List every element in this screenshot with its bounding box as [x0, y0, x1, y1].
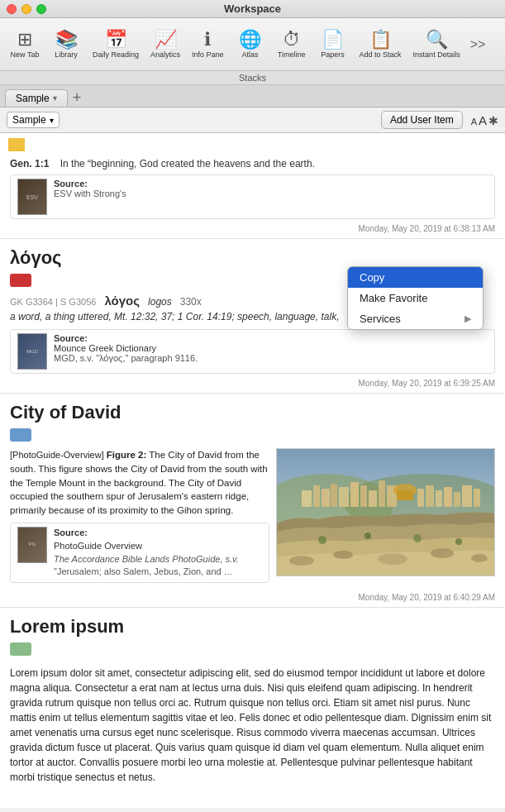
entry-lorem-ipsum: Lorem ipsum Lorem ipsum dolor sit amet, … — [0, 608, 505, 791]
logos-count: 330x — [180, 296, 202, 308]
city-text: [PhotoGuide-Overview] Figure 2: The City… — [10, 448, 269, 588]
toolbar-overflow-button[interactable]: >> — [467, 34, 489, 55]
svg-rect-20 — [462, 485, 472, 507]
svg-rect-7 — [339, 487, 349, 507]
city-source-citation: "Jerusalem; also Salem, Jebus, Zion, and… — [54, 566, 239, 579]
svg-rect-15 — [417, 489, 424, 507]
genesis-ref-text: Gen. 1:1 — [10, 158, 49, 170]
toolbar-new-tab[interactable]: ⊞ New Tab — [5, 27, 45, 62]
papers-label: Papers — [321, 50, 345, 59]
svg-rect-14 — [397, 490, 413, 500]
city-source-label: Source: — [54, 527, 239, 540]
logos-source-info: Source: Mounce Greek Dictionary MGD, s.v… — [54, 333, 198, 363]
context-menu: Copy Make Favorite Services ▶ — [347, 266, 484, 330]
toolbar-timeline[interactable]: ⏱ Timeline — [272, 27, 312, 62]
lorem-heading: Lorem ipsum — [0, 608, 505, 641]
traffic-lights — [7, 4, 46, 14]
svg-point-27 — [318, 536, 326, 544]
logos-transliteration: logos — [148, 296, 172, 308]
city-caption-bold: Figure 2: — [107, 450, 147, 460]
maximize-button[interactable] — [36, 4, 46, 14]
toolbar-papers[interactable]: 📄 Papers — [313, 27, 353, 62]
titlebar: Workspace — [0, 0, 505, 18]
toolbar-library[interactable]: 📚 Library — [46, 27, 86, 62]
logos-source-label: Source: — [54, 333, 198, 343]
toolbar-atlas[interactable]: 🌐 Atlas — [231, 27, 270, 62]
add-user-item-button[interactable]: Add User Item — [381, 111, 463, 129]
analytics-icon: 📈 — [155, 31, 177, 49]
content-area: Gen. 1:1 In the “beginning, God created … — [0, 133, 505, 808]
svg-point-29 — [413, 534, 422, 542]
svg-point-30 — [455, 538, 462, 545]
svg-rect-19 — [454, 492, 460, 507]
logos-timestamp: Monday, May 20, 2019 at 6:39:25 AM — [0, 377, 505, 394]
city-source-title: PhotoGuide Overview — [54, 540, 239, 553]
library-icon: 📚 — [55, 31, 78, 49]
toolbar-daily-reading[interactable]: 📅 Daily Reading — [88, 27, 144, 62]
lorem-tag — [10, 642, 31, 656]
entry-city-of-david: City of David [PhotoGuide-Overview] Figu… — [0, 394, 505, 608]
svg-rect-18 — [444, 487, 452, 507]
city-source-subtitle: The Accordance Bible Lands PhotoGuide, s… — [54, 553, 239, 566]
context-menu-make-favorite[interactable]: Make Favorite — [348, 288, 483, 308]
stack-selector[interactable]: Sample ▾ — [7, 112, 60, 128]
svg-rect-17 — [436, 490, 442, 507]
svg-rect-3 — [302, 490, 312, 507]
settings-icon[interactable]: ✱ — [488, 114, 498, 127]
svg-rect-8 — [350, 482, 359, 507]
entry-genesis: Gen. 1:1 In the “beginning, God created … — [0, 138, 505, 239]
lorem-text: Lorem ipsum dolor sit amet, consectetur … — [0, 659, 505, 791]
city-heading: City of David — [0, 394, 505, 427]
city-timestamp: Monday, May 20, 2019 at 6:40:29 AM — [0, 591, 505, 608]
tab-dropdown-icon[interactable]: ▾ — [53, 93, 57, 103]
logos-greek-word: λόγος — [104, 294, 140, 308]
main-toolbar: ⊞ New Tab 📚 Library 📅 Daily Reading 📈 An… — [0, 18, 505, 71]
font-decrease-button[interactable]: A — [471, 117, 477, 127]
library-label: Library — [55, 50, 78, 59]
logos-source-box: MGD Source: Mounce Greek Dictionary MGD,… — [10, 329, 495, 374]
timeline-label: Timeline — [278, 50, 306, 59]
svg-rect-9 — [360, 485, 367, 507]
daily-reading-label: Daily Reading — [93, 50, 139, 59]
logos-source-title: Mounce Greek Dictionary — [54, 343, 198, 353]
genesis-source-box: ESV Source: ESV with Strong's — [10, 174, 495, 219]
context-menu-copy[interactable]: Copy — [348, 267, 483, 288]
city-source-thumb: PG — [17, 527, 47, 563]
svg-point-26 — [471, 554, 488, 562]
city-source-info: Source: PhotoGuide Overview The Accordan… — [54, 527, 239, 580]
context-menu-services[interactable]: Services ▶ — [348, 308, 483, 329]
close-button[interactable] — [7, 4, 17, 14]
genesis-text: In the “beginning, God created the heave… — [60, 158, 315, 170]
tab-bar: Sample ▾ + — [0, 85, 505, 107]
toolbar-info-pane[interactable]: ℹ Info Pane — [187, 27, 229, 62]
services-label: Services — [360, 313, 401, 325]
svg-rect-10 — [369, 490, 377, 507]
genesis-source-label: Source: — [54, 179, 126, 189]
minimize-button[interactable] — [21, 4, 31, 14]
toolbar-analytics[interactable]: 📈 Analytics — [145, 27, 185, 62]
secondary-toolbar: Sample ▾ Add User Item A A ✱ — [0, 107, 505, 133]
svg-point-25 — [431, 548, 454, 558]
svg-rect-21 — [474, 489, 480, 507]
font-increase-button[interactable]: A — [479, 113, 487, 127]
genesis-source-thumb: ESV — [17, 179, 47, 215]
stack-selector-label: Sample — [12, 114, 46, 126]
svg-point-22 — [289, 556, 314, 566]
add-tab-button[interactable]: + — [68, 88, 87, 107]
svg-rect-11 — [379, 480, 385, 507]
window-title: Workspace — [224, 2, 281, 15]
logos-source-citation: MGD, s.v. "λόγος," paragraph 9116. — [54, 353, 198, 363]
genesis-source-info: Source: ESV with Strong's — [54, 179, 126, 198]
add-to-stack-label: Add to Stack — [360, 50, 402, 59]
logos-source-thumb: MGD — [17, 333, 47, 370]
tab-sample[interactable]: Sample ▾ — [5, 89, 68, 107]
svg-point-24 — [378, 553, 407, 565]
new-tab-label: New Tab — [11, 50, 40, 59]
city-content: [PhotoGuide-Overview] Figure 2: The City… — [0, 445, 505, 591]
stack-selector-dropdown-icon: ▾ — [50, 116, 54, 125]
genesis-ref: Gen. 1:1 In the “beginning, God created … — [0, 153, 505, 171]
toolbar-instant-details[interactable]: 🔍 Instant Details — [408, 27, 465, 62]
genesis-source-title: ESV with Strong's — [54, 189, 126, 198]
toolbar-add-to-stack[interactable]: 📋 Add to Stack — [355, 27, 407, 62]
timeline-icon: ⏱ — [283, 31, 301, 49]
